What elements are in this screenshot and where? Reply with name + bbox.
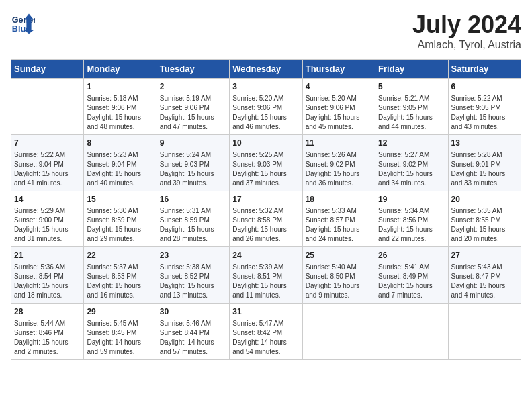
calendar-cell — [11, 79, 84, 135]
calendar-table: SundayMondayTuesdayWednesdayThursdayFrid… — [11, 59, 521, 360]
day-of-week-header: Saturday — [448, 60, 521, 79]
day-number: 18 — [306, 194, 372, 205]
day-number: 31 — [232, 306, 299, 318]
calendar-cell: 21Sunrise: 5:36 AMSunset: 8:54 PMDayligh… — [11, 247, 84, 304]
day-number: 17 — [232, 194, 299, 205]
calendar-cell: 11Sunrise: 5:26 AMSunset: 9:02 PMDayligh… — [302, 134, 375, 191]
day-info: Sunrise: 5:41 AMSunset: 8:49 PMDaylight:… — [378, 263, 445, 300]
day-number: 6 — [451, 81, 518, 93]
day-number: 13 — [451, 138, 518, 149]
calendar-cell: 5Sunrise: 5:21 AMSunset: 9:05 PMDaylight… — [375, 79, 448, 135]
day-info: Sunrise: 5:43 AMSunset: 8:47 PMDaylight:… — [451, 263, 518, 300]
day-info: Sunrise: 5:18 AMSunset: 9:06 PMDaylight:… — [87, 94, 153, 132]
calendar-cell — [375, 304, 448, 360]
calendar-cell: 2Sunrise: 5:19 AMSunset: 9:06 PMDaylight… — [157, 79, 229, 135]
day-info: Sunrise: 5:46 AMSunset: 8:44 PMDaylight:… — [160, 319, 226, 357]
calendar-cell — [302, 304, 375, 360]
day-info: Sunrise: 5:20 AMSunset: 9:06 PMDaylight:… — [306, 94, 372, 132]
day-info: Sunrise: 5:33 AMSunset: 8:57 PMDaylight:… — [306, 206, 372, 244]
day-of-week-header: Sunday — [11, 60, 84, 79]
day-number: 16 — [160, 194, 226, 205]
day-of-week-header: Friday — [375, 60, 448, 79]
day-info: Sunrise: 5:23 AMSunset: 9:04 PMDaylight:… — [87, 150, 153, 188]
calendar-cell: 20Sunrise: 5:35 AMSunset: 8:55 PMDayligh… — [448, 191, 521, 247]
day-number: 30 — [160, 306, 226, 318]
day-number: 2 — [160, 81, 226, 93]
day-number: 24 — [232, 250, 299, 261]
day-info: Sunrise: 5:31 AMSunset: 8:59 PMDaylight:… — [160, 206, 226, 244]
day-number: 9 — [160, 138, 226, 149]
day-info: Sunrise: 5:22 AMSunset: 9:04 PMDaylight:… — [14, 150, 81, 188]
logo-icon: General Blue — [11, 11, 35, 35]
day-number: 4 — [306, 81, 372, 93]
day-number: 12 — [378, 138, 445, 149]
day-info: Sunrise: 5:32 AMSunset: 8:58 PMDaylight:… — [232, 206, 299, 244]
calendar-cell: 15Sunrise: 5:30 AMSunset: 8:59 PMDayligh… — [84, 191, 157, 247]
day-number: 5 — [378, 81, 445, 93]
day-number: 3 — [232, 81, 299, 93]
calendar-body: 1Sunrise: 5:18 AMSunset: 9:06 PMDaylight… — [11, 79, 521, 360]
day-info: Sunrise: 5:34 AMSunset: 8:56 PMDaylight:… — [378, 206, 445, 244]
calendar-cell: 17Sunrise: 5:32 AMSunset: 8:58 PMDayligh… — [230, 191, 302, 247]
day-info: Sunrise: 5:38 AMSunset: 8:52 PMDaylight:… — [160, 263, 226, 300]
day-number: 29 — [87, 306, 153, 318]
day-info: Sunrise: 5:40 AMSunset: 8:50 PMDaylight:… — [306, 263, 372, 300]
day-info: Sunrise: 5:28 AMSunset: 9:01 PMDaylight:… — [451, 150, 518, 188]
calendar-cell: 28Sunrise: 5:44 AMSunset: 8:46 PMDayligh… — [11, 304, 84, 360]
calendar-week-row: 21Sunrise: 5:36 AMSunset: 8:54 PMDayligh… — [11, 247, 521, 304]
day-number: 26 — [378, 250, 445, 261]
day-info: Sunrise: 5:19 AMSunset: 9:06 PMDaylight:… — [160, 94, 226, 132]
day-of-week-header: Thursday — [302, 60, 375, 79]
day-info: Sunrise: 5:39 AMSunset: 8:51 PMDaylight:… — [232, 263, 299, 300]
calendar-week-row: 28Sunrise: 5:44 AMSunset: 8:46 PMDayligh… — [11, 304, 521, 360]
day-info: Sunrise: 5:27 AMSunset: 9:02 PMDaylight:… — [378, 150, 445, 188]
calendar-cell: 9Sunrise: 5:24 AMSunset: 9:03 PMDaylight… — [157, 134, 229, 191]
day-info: Sunrise: 5:21 AMSunset: 9:05 PMDaylight:… — [378, 94, 445, 132]
day-info: Sunrise: 5:25 AMSunset: 9:03 PMDaylight:… — [232, 150, 299, 188]
calendar-header: SundayMondayTuesdayWednesdayThursdayFrid… — [11, 60, 521, 79]
day-of-week-header: Wednesday — [230, 60, 302, 79]
calendar-cell: 4Sunrise: 5:20 AMSunset: 9:06 PMDaylight… — [302, 79, 375, 135]
day-info: Sunrise: 5:47 AMSunset: 8:42 PMDaylight:… — [232, 319, 299, 357]
day-number: 8 — [87, 138, 153, 149]
day-number: 25 — [306, 250, 372, 261]
calendar-week-row: 14Sunrise: 5:29 AMSunset: 9:00 PMDayligh… — [11, 191, 521, 247]
day-number: 28 — [14, 306, 81, 318]
day-info: Sunrise: 5:36 AMSunset: 8:54 PMDaylight:… — [14, 263, 81, 300]
calendar-cell — [448, 304, 521, 360]
day-info: Sunrise: 5:44 AMSunset: 8:46 PMDaylight:… — [14, 319, 81, 357]
day-number: 23 — [160, 250, 226, 261]
day-number: 14 — [14, 194, 81, 205]
month-title: July 2024 — [412, 11, 521, 39]
page-header: General Blue July 2024 Amlach, Tyrol, Au… — [11, 11, 521, 51]
day-number: 27 — [451, 250, 518, 261]
day-number: 15 — [87, 194, 153, 205]
day-info: Sunrise: 5:29 AMSunset: 9:00 PMDaylight:… — [14, 206, 81, 244]
calendar-cell: 10Sunrise: 5:25 AMSunset: 9:03 PMDayligh… — [230, 134, 302, 191]
day-number: 20 — [451, 194, 518, 205]
calendar-header-row: SundayMondayTuesdayWednesdayThursdayFrid… — [11, 60, 521, 79]
calendar-cell: 19Sunrise: 5:34 AMSunset: 8:56 PMDayligh… — [375, 191, 448, 247]
day-of-week-header: Monday — [84, 60, 157, 79]
day-info: Sunrise: 5:37 AMSunset: 8:53 PMDaylight:… — [87, 263, 153, 300]
calendar-cell: 12Sunrise: 5:27 AMSunset: 9:02 PMDayligh… — [375, 134, 448, 191]
calendar-cell: 1Sunrise: 5:18 AMSunset: 9:06 PMDaylight… — [84, 79, 157, 135]
calendar-cell: 22Sunrise: 5:37 AMSunset: 8:53 PMDayligh… — [84, 247, 157, 304]
title-area: July 2024 Amlach, Tyrol, Austria — [412, 11, 521, 51]
day-number: 7 — [14, 138, 81, 149]
day-number: 1 — [87, 81, 153, 93]
calendar-cell: 27Sunrise: 5:43 AMSunset: 8:47 PMDayligh… — [448, 247, 521, 304]
day-number: 19 — [378, 194, 445, 205]
day-info: Sunrise: 5:22 AMSunset: 9:05 PMDaylight:… — [451, 94, 518, 132]
day-info: Sunrise: 5:35 AMSunset: 8:55 PMDaylight:… — [451, 206, 518, 244]
calendar-cell: 7Sunrise: 5:22 AMSunset: 9:04 PMDaylight… — [11, 134, 84, 191]
day-info: Sunrise: 5:30 AMSunset: 8:59 PMDaylight:… — [87, 206, 153, 244]
day-info: Sunrise: 5:24 AMSunset: 9:03 PMDaylight:… — [160, 150, 226, 188]
day-info: Sunrise: 5:45 AMSunset: 8:45 PMDaylight:… — [87, 319, 153, 357]
calendar-cell: 8Sunrise: 5:23 AMSunset: 9:04 PMDaylight… — [84, 134, 157, 191]
calendar-week-row: 1Sunrise: 5:18 AMSunset: 9:06 PMDaylight… — [11, 79, 521, 135]
calendar-cell: 13Sunrise: 5:28 AMSunset: 9:01 PMDayligh… — [448, 134, 521, 191]
calendar-cell: 14Sunrise: 5:29 AMSunset: 9:00 PMDayligh… — [11, 191, 84, 247]
logo: General Blue — [11, 11, 35, 35]
day-number: 22 — [87, 250, 153, 261]
